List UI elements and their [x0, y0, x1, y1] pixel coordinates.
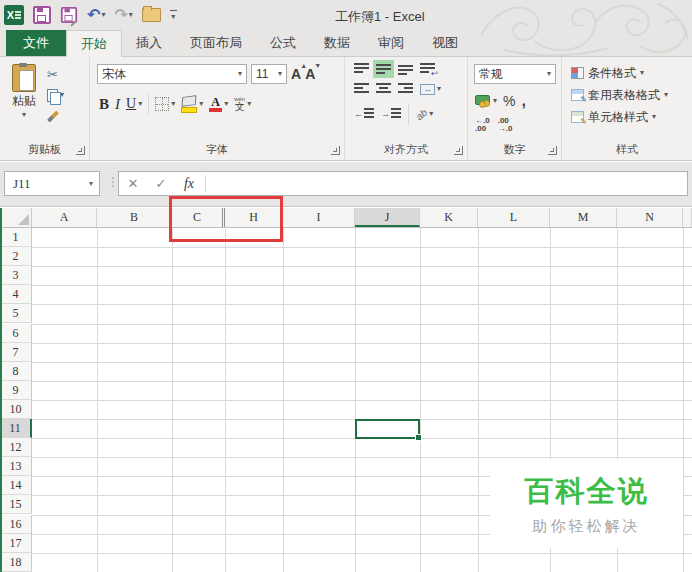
row-header-17[interactable]: 17: [0, 534, 32, 553]
tab-view[interactable]: 视图: [418, 30, 472, 56]
cell-styles-button[interactable]: 单元格样式▾: [571, 108, 692, 126]
tab-insert[interactable]: 插入: [122, 30, 176, 56]
formula-input[interactable]: [208, 173, 687, 195]
increase-indent-button[interactable]: →: [381, 108, 401, 120]
number-format-combo[interactable]: 常规 ▾: [474, 64, 556, 84]
cancel-icon[interactable]: ✕: [119, 176, 147, 191]
bold-button[interactable]: B: [99, 96, 109, 113]
clipboard-group: 粘贴 ▾ ✂ ▾ 剪贴板: [0, 57, 90, 160]
cut-button[interactable]: ✂: [47, 66, 64, 82]
wrap-text-button[interactable]: ↩: [420, 63, 435, 75]
column-header-K[interactable]: K: [420, 208, 478, 227]
number-dialog-launcher[interactable]: [548, 146, 557, 155]
ribbon-tab-bar: 文件 开始插入页面布局公式数据审阅视图: [0, 30, 692, 57]
tab-formulas[interactable]: 公式: [256, 30, 310, 56]
row-header-5[interactable]: 5: [0, 304, 32, 323]
row-header-3[interactable]: 3: [0, 266, 32, 285]
comma-style-button[interactable]: ,: [521, 96, 525, 106]
column-header-N[interactable]: N: [617, 208, 683, 227]
top-align-button[interactable]: [354, 63, 369, 75]
open-folder-icon[interactable]: [142, 8, 161, 22]
cell-styles-icon: [571, 111, 584, 123]
bottom-align-button[interactable]: [398, 63, 413, 75]
row-header-7[interactable]: 7: [0, 343, 32, 362]
customize-toolbar-button[interactable]: ▾: [170, 10, 177, 21]
borders-button[interactable]: ▾: [155, 97, 175, 111]
column-header-B[interactable]: B: [97, 208, 172, 227]
row-header-1[interactable]: 1: [0, 228, 32, 247]
middle-align-button[interactable]: [376, 63, 391, 75]
row-header-13[interactable]: 13: [0, 457, 32, 476]
formula-bar: J11 ▾ ⋮ ✕ ✓ fx: [0, 162, 692, 207]
font-color-button[interactable]: A▾: [209, 97, 228, 112]
row-header-2[interactable]: 2: [0, 247, 32, 266]
paste-button[interactable]: 粘贴 ▾: [7, 64, 41, 124]
row-header-8[interactable]: 8: [0, 362, 32, 381]
selected-cell-J11[interactable]: [355, 419, 420, 439]
tab-file[interactable]: 文件: [6, 30, 66, 56]
row-header-4[interactable]: 4: [0, 285, 32, 304]
column-header-M[interactable]: M: [550, 208, 617, 227]
save-icon[interactable]: [33, 6, 51, 24]
row-header-11[interactable]: 11: [0, 419, 32, 438]
row-header-9[interactable]: 9: [0, 381, 32, 400]
currency-format-button[interactable]: ▾: [475, 95, 497, 107]
row-header-14[interactable]: 14: [0, 476, 32, 495]
decrease-decimal-button[interactable]: .00→.0: [498, 117, 513, 133]
merge-center-button[interactable]: ↔▾: [420, 84, 441, 95]
decrease-font-button[interactable]: A▼: [305, 66, 315, 82]
decrease-indent-button[interactable]: ←: [354, 108, 374, 120]
font-name-combo[interactable]: 宋体 ▾: [97, 64, 247, 84]
copy-button[interactable]: ▾: [47, 87, 64, 103]
save-as-icon[interactable]: [61, 7, 77, 23]
clipboard-dialog-launcher[interactable]: [76, 146, 85, 155]
undo-icon: ↶: [87, 8, 100, 22]
redo-button[interactable]: ↷▾: [114, 8, 132, 22]
align-center-button[interactable]: [376, 83, 391, 95]
font-size-combo[interactable]: 11 ▾: [251, 64, 287, 84]
enter-icon[interactable]: ✓: [147, 176, 175, 191]
orientation-button[interactable]: ab▾: [416, 109, 433, 120]
name-box[interactable]: J11 ▾: [4, 171, 100, 196]
row-header-15[interactable]: 15: [0, 495, 32, 514]
font-dialog-launcher[interactable]: [331, 146, 340, 155]
column-header-L[interactable]: L: [478, 208, 550, 227]
phonetic-guide-button[interactable]: wén文▾: [234, 96, 251, 112]
format-painter-button[interactable]: [47, 108, 64, 124]
underline-button[interactable]: U▾: [126, 96, 142, 112]
insert-function-icon[interactable]: fx: [175, 176, 203, 192]
row-header-18[interactable]: 18: [0, 553, 32, 572]
tab-page-layout[interactable]: 页面布局: [176, 30, 256, 56]
row-header-12[interactable]: 12: [0, 438, 32, 457]
fill-color-button[interactable]: ▾: [181, 96, 203, 113]
divider: [148, 94, 149, 114]
number-group: 常规 ▾ ▾ % , ←.0.00 .00→.0 数字: [468, 57, 562, 160]
percent-style-button[interactable]: %: [503, 93, 515, 109]
align-right-button[interactable]: [398, 83, 413, 95]
row-header-10[interactable]: 10: [0, 400, 32, 419]
undo-button[interactable]: ↶▾: [87, 8, 105, 22]
fill-handle[interactable]: [415, 434, 422, 441]
column-header-C[interactable]: C: [172, 208, 225, 227]
alignment-dialog-launcher[interactable]: [454, 146, 463, 155]
column-header-J[interactable]: J: [355, 208, 420, 227]
row-header-6[interactable]: 6: [0, 324, 32, 343]
tab-data[interactable]: 数据: [310, 30, 364, 56]
conditional-formatting-button[interactable]: 条件格式▾: [571, 64, 692, 82]
column-header-I[interactable]: I: [283, 208, 355, 227]
align-left-button[interactable]: [354, 83, 369, 95]
gridline-horizontal: [32, 247, 692, 248]
column-header-A[interactable]: A: [32, 208, 97, 227]
column-header-H[interactable]: H: [225, 208, 283, 227]
italic-button[interactable]: I: [115, 96, 120, 113]
increase-decimal-button[interactable]: ←.0.00: [475, 117, 490, 133]
select-all-button[interactable]: [0, 208, 32, 227]
font-color-swatch: [209, 108, 222, 112]
format-as-table-button[interactable]: 套用表格格式▾: [571, 86, 692, 104]
name-box-value: J11: [5, 176, 83, 192]
styles-list: 条件格式▾套用表格格式▾单元格样式▾: [562, 57, 692, 126]
increase-font-button[interactable]: A▲: [291, 66, 301, 82]
tab-home[interactable]: 开始: [66, 30, 122, 57]
tab-review[interactable]: 审阅: [364, 30, 418, 56]
row-header-16[interactable]: 16: [0, 515, 32, 534]
